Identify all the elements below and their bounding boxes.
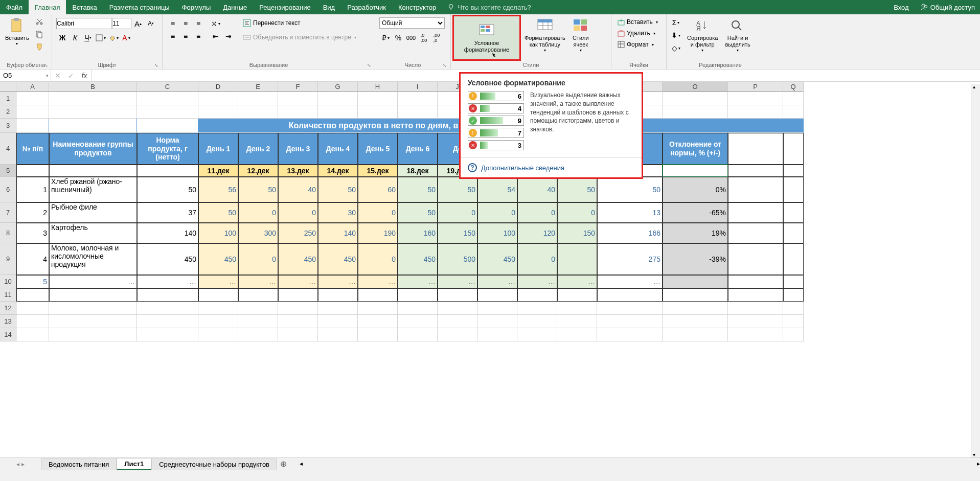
col-header-H[interactable]: H [358,82,398,92]
delete-cells-button[interactable]: Удалить [614,28,658,39]
cell[interactable] [238,288,278,302]
cell[interactable]: 0 [557,202,597,223]
cut-button[interactable] [33,15,45,28]
format-painter-button[interactable] [33,41,45,53]
cell[interactable]: 450 [318,243,358,275]
cell[interactable] [137,119,198,133]
cell[interactable] [663,328,728,341]
cell[interactable]: 40 [517,177,557,202]
paste-button[interactable]: Вставить▾ [2,15,32,49]
col-header-O[interactable]: O [663,82,728,92]
cell[interactable] [49,328,137,341]
cell[interactable] [398,288,438,302]
cell[interactable]: 100 [477,223,517,243]
row-header-4[interactable]: 4 [0,133,16,165]
cell[interactable] [49,288,137,302]
cell[interactable]: -65% [663,202,728,223]
decrease-font-button[interactable]: A▾ [145,17,157,30]
cell[interactable]: 5 [16,275,49,288]
cell[interactable] [728,177,783,202]
cell[interactable]: Отклонение от нормы, % (+/-) [663,133,728,165]
cell[interactable] [398,302,438,315]
cell[interactable]: 13 [597,202,663,223]
cell[interactable] [783,105,804,119]
cell[interactable]: 50 [238,177,278,202]
cell[interactable]: 120 [517,223,557,243]
cell[interactable] [16,315,49,328]
insert-cells-button[interactable]: Вставить [614,16,661,28]
col-header-A[interactable]: A [16,82,49,92]
cell[interactable] [49,92,137,105]
cell[interactable]: … [238,275,278,288]
cell[interactable]: … [358,275,398,288]
tab-data[interactable]: Данные [217,0,253,14]
cell[interactable]: 450 [398,243,438,275]
cell[interactable] [783,119,804,133]
cell[interactable] [663,119,728,133]
cell[interactable] [137,328,198,341]
increase-decimal-button[interactable]: ,0,00 [418,32,430,44]
cell[interactable]: 0 [477,202,517,223]
cell[interactable] [557,243,597,275]
cell[interactable]: 15.дек [358,165,398,177]
cell[interactable] [557,288,597,302]
row-header-11[interactable]: 11 [0,288,16,302]
cell[interactable] [783,302,804,315]
sheet-tab-2[interactable]: Среднесуточные наборы продуктов [151,459,277,470]
sheet-tab-1[interactable]: Лист1 [117,458,151,470]
cell[interactable]: … [198,275,238,288]
cell[interactable] [198,328,238,341]
row-header-10[interactable]: 10 [0,275,16,288]
cell[interactable] [663,105,728,119]
border-button[interactable] [95,32,107,44]
tab-view[interactable]: Вид [317,0,341,14]
tab-insert[interactable]: Вставка [66,0,103,14]
increase-indent-button[interactable]: ⇥ [222,30,235,42]
cell[interactable]: … [517,275,557,288]
col-header-C[interactable]: C [137,82,198,92]
fx-button[interactable]: fx [78,70,91,81]
col-header-D[interactable]: D [198,82,238,92]
tooltip-more-info-link[interactable]: ? Дополнительные сведения [461,157,642,177]
cell[interactable] [438,302,477,315]
cell[interactable] [49,165,137,177]
cell[interactable]: 60 [358,177,398,202]
cell[interactable] [137,92,198,105]
cell[interactable]: 250 [278,223,318,243]
cell[interactable]: 140 [318,223,358,243]
cell[interactable] [728,165,783,177]
cell[interactable] [783,165,804,177]
cell[interactable]: 300 [238,223,278,243]
cell[interactable] [398,315,438,328]
font-name-select[interactable] [56,18,111,29]
cell[interactable] [783,202,804,223]
cell[interactable] [198,92,238,105]
cell[interactable]: День 5 [358,133,398,165]
cell[interactable] [783,92,804,105]
underline-button[interactable]: Ч▾ [82,32,94,44]
row-header-14[interactable]: 14 [0,328,16,341]
cell[interactable] [728,202,783,223]
cell[interactable] [398,328,438,341]
tab-developer[interactable]: Разработчик [341,0,392,14]
cell[interactable]: 500 [438,243,477,275]
cell[interactable] [477,315,517,328]
cell[interactable] [597,302,663,315]
cell[interactable]: 50 [137,177,198,202]
cell[interactable] [137,288,198,302]
cell[interactable] [318,302,358,315]
cell[interactable]: День 3 [278,133,318,165]
cell[interactable]: … [49,275,137,288]
cell[interactable] [278,302,318,315]
wrap-text-button[interactable]: Перенести текст [240,17,359,29]
cell[interactable]: 11.дек [198,165,238,177]
cell[interactable]: 0 [238,243,278,275]
align-bottom-button[interactable]: ≡ [192,17,204,30]
cell[interactable]: 19% [663,223,728,243]
cell[interactable] [728,133,783,165]
cancel-formula-button[interactable]: ✕ [51,70,64,81]
select-all-corner[interactable] [0,82,16,92]
font-launcher-icon[interactable]: ⤡ [154,63,159,68]
currency-button[interactable]: ₽ [379,32,392,44]
clipboard-launcher-icon[interactable]: ⤡ [43,63,49,68]
